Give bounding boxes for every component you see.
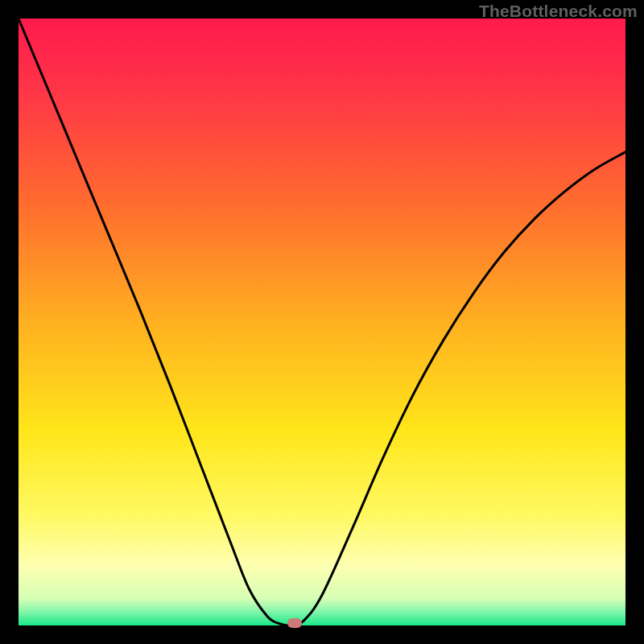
minimum-marker bbox=[287, 618, 302, 628]
chart-frame: TheBottleneck.com bbox=[0, 0, 644, 644]
bottleneck-curve bbox=[19, 19, 625, 625]
plot-area bbox=[19, 19, 625, 625]
